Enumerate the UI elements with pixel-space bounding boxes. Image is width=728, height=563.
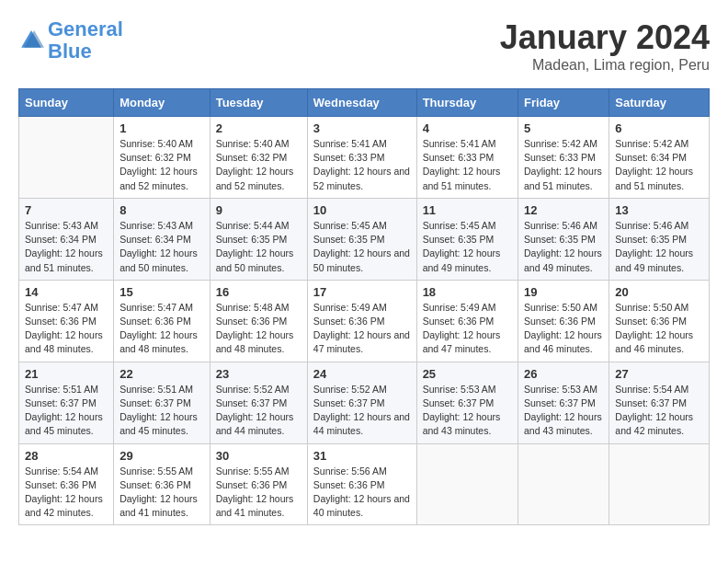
day-info: Sunrise: 5:45 AMSunset: 6:35 PMDaylight:… — [423, 219, 512, 275]
day-cell: 1Sunrise: 5:40 AMSunset: 6:32 PMDaylight… — [114, 117, 210, 199]
week-row-2: 7Sunrise: 5:43 AMSunset: 6:34 PMDaylight… — [19, 198, 710, 280]
day-info: Sunrise: 5:52 AMSunset: 6:37 PMDaylight:… — [313, 383, 411, 439]
day-info: Sunrise: 5:51 AMSunset: 6:37 PMDaylight:… — [119, 383, 204, 439]
day-cell: 12Sunrise: 5:46 AMSunset: 6:35 PMDayligh… — [518, 198, 609, 280]
day-info: Sunrise: 5:45 AMSunset: 6:35 PMDaylight:… — [313, 219, 411, 275]
day-cell: 7Sunrise: 5:43 AMSunset: 6:34 PMDaylight… — [19, 198, 114, 280]
day-number: 29 — [119, 449, 204, 463]
col-header-tuesday: Tuesday — [210, 89, 307, 117]
day-info: Sunrise: 5:49 AMSunset: 6:36 PMDaylight:… — [313, 301, 411, 357]
day-cell: 4Sunrise: 5:41 AMSunset: 6:33 PMDaylight… — [416, 117, 518, 199]
day-number: 23 — [216, 367, 301, 381]
day-number: 8 — [119, 203, 204, 217]
day-number: 19 — [524, 285, 603, 299]
day-cell: 30Sunrise: 5:55 AMSunset: 6:36 PMDayligh… — [210, 443, 307, 525]
day-info: Sunrise: 5:51 AMSunset: 6:37 PMDaylight:… — [25, 383, 108, 439]
calendar-header-row: SundayMondayTuesdayWednesdayThursdayFrid… — [19, 89, 710, 117]
col-header-saturday: Saturday — [609, 89, 710, 117]
location-subtitle: Madean, Lima region, Peru — [500, 57, 710, 74]
day-info: Sunrise: 5:54 AMSunset: 6:37 PMDaylight:… — [615, 383, 703, 439]
day-number: 31 — [313, 449, 411, 463]
day-cell: 25Sunrise: 5:53 AMSunset: 6:37 PMDayligh… — [416, 362, 518, 443]
day-info: Sunrise: 5:43 AMSunset: 6:34 PMDaylight:… — [119, 219, 204, 275]
day-info: Sunrise: 5:53 AMSunset: 6:37 PMDaylight:… — [524, 383, 603, 439]
day-number: 21 — [25, 367, 108, 381]
day-cell: 26Sunrise: 5:53 AMSunset: 6:37 PMDayligh… — [518, 362, 609, 443]
day-number: 15 — [119, 285, 204, 299]
col-header-monday: Monday — [114, 89, 210, 117]
day-number: 22 — [119, 367, 204, 381]
day-info: Sunrise: 5:42 AMSunset: 6:34 PMDaylight:… — [615, 137, 703, 193]
day-number: 6 — [615, 121, 703, 135]
day-cell: 3Sunrise: 5:41 AMSunset: 6:33 PMDaylight… — [307, 117, 416, 199]
title-block: January 2024 Madean, Lima region, Peru — [500, 18, 710, 74]
week-row-3: 14Sunrise: 5:47 AMSunset: 6:36 PMDayligh… — [19, 280, 710, 362]
day-number: 30 — [216, 449, 301, 463]
day-cell: 9Sunrise: 5:44 AMSunset: 6:35 PMDaylight… — [210, 198, 307, 280]
day-cell: 2Sunrise: 5:40 AMSunset: 6:32 PMDaylight… — [210, 117, 307, 199]
col-header-sunday: Sunday — [19, 89, 114, 117]
day-number: 4 — [423, 121, 512, 135]
day-number: 26 — [524, 367, 603, 381]
day-number: 9 — [216, 203, 301, 217]
day-number: 28 — [25, 449, 108, 463]
day-number: 1 — [119, 121, 204, 135]
day-cell: 16Sunrise: 5:48 AMSunset: 6:36 PMDayligh… — [210, 280, 307, 362]
day-cell: 23Sunrise: 5:52 AMSunset: 6:37 PMDayligh… — [210, 362, 307, 443]
month-title: January 2024 — [500, 18, 710, 57]
logo: General Blue — [18, 18, 123, 63]
col-header-thursday: Thursday — [416, 89, 518, 117]
day-info: Sunrise: 5:53 AMSunset: 6:37 PMDaylight:… — [423, 383, 512, 439]
week-row-1: 1Sunrise: 5:40 AMSunset: 6:32 PMDaylight… — [19, 117, 710, 199]
day-info: Sunrise: 5:55 AMSunset: 6:36 PMDaylight:… — [216, 465, 301, 521]
day-number: 5 — [524, 121, 603, 135]
logo-line1: General — [48, 17, 123, 40]
logo-line2: Blue — [48, 40, 92, 63]
day-info: Sunrise: 5:44 AMSunset: 6:35 PMDaylight:… — [216, 219, 301, 275]
day-cell: 21Sunrise: 5:51 AMSunset: 6:37 PMDayligh… — [19, 362, 114, 443]
week-row-4: 21Sunrise: 5:51 AMSunset: 6:37 PMDayligh… — [19, 362, 710, 443]
day-info: Sunrise: 5:48 AMSunset: 6:36 PMDaylight:… — [216, 301, 301, 357]
day-cell: 6Sunrise: 5:42 AMSunset: 6:34 PMDaylight… — [609, 117, 710, 199]
logo-icon — [18, 28, 44, 53]
day-info: Sunrise: 5:41 AMSunset: 6:33 PMDaylight:… — [313, 137, 411, 193]
day-info: Sunrise: 5:47 AMSunset: 6:36 PMDaylight:… — [25, 301, 108, 357]
day-number: 20 — [615, 285, 703, 299]
day-number: 11 — [423, 203, 512, 217]
col-header-wednesday: Wednesday — [307, 89, 416, 117]
day-cell: 27Sunrise: 5:54 AMSunset: 6:37 PMDayligh… — [609, 362, 710, 443]
day-info: Sunrise: 5:40 AMSunset: 6:32 PMDaylight:… — [216, 137, 301, 193]
day-cell: 8Sunrise: 5:43 AMSunset: 6:34 PMDaylight… — [114, 198, 210, 280]
day-number: 16 — [216, 285, 301, 299]
day-info: Sunrise: 5:49 AMSunset: 6:36 PMDaylight:… — [423, 301, 512, 357]
day-info: Sunrise: 5:46 AMSunset: 6:35 PMDaylight:… — [524, 219, 603, 275]
day-info: Sunrise: 5:50 AMSunset: 6:36 PMDaylight:… — [615, 301, 703, 357]
day-cell: 22Sunrise: 5:51 AMSunset: 6:37 PMDayligh… — [114, 362, 210, 443]
day-cell — [518, 443, 609, 525]
day-number: 7 — [25, 203, 108, 217]
day-number: 13 — [615, 203, 703, 217]
calendar-table: SundayMondayTuesdayWednesdayThursdayFrid… — [18, 88, 710, 525]
day-cell: 10Sunrise: 5:45 AMSunset: 6:35 PMDayligh… — [307, 198, 416, 280]
day-info: Sunrise: 5:47 AMSunset: 6:36 PMDaylight:… — [119, 301, 204, 357]
day-number: 2 — [216, 121, 301, 135]
day-number: 3 — [313, 121, 411, 135]
logo-text: General Blue — [48, 18, 123, 63]
day-number: 12 — [524, 203, 603, 217]
week-row-5: 28Sunrise: 5:54 AMSunset: 6:36 PMDayligh… — [19, 443, 710, 525]
day-number: 14 — [25, 285, 108, 299]
day-info: Sunrise: 5:56 AMSunset: 6:36 PMDaylight:… — [313, 465, 411, 521]
day-number: 24 — [313, 367, 411, 381]
day-cell — [609, 443, 710, 525]
day-info: Sunrise: 5:41 AMSunset: 6:33 PMDaylight:… — [423, 137, 512, 193]
day-info: Sunrise: 5:42 AMSunset: 6:33 PMDaylight:… — [524, 137, 603, 193]
day-number: 25 — [423, 367, 512, 381]
day-info: Sunrise: 5:40 AMSunset: 6:32 PMDaylight:… — [119, 137, 204, 193]
day-cell: 18Sunrise: 5:49 AMSunset: 6:36 PMDayligh… — [416, 280, 518, 362]
day-cell: 13Sunrise: 5:46 AMSunset: 6:35 PMDayligh… — [609, 198, 710, 280]
day-info: Sunrise: 5:50 AMSunset: 6:36 PMDaylight:… — [524, 301, 603, 357]
day-cell: 24Sunrise: 5:52 AMSunset: 6:37 PMDayligh… — [307, 362, 416, 443]
day-number: 17 — [313, 285, 411, 299]
day-cell: 29Sunrise: 5:55 AMSunset: 6:36 PMDayligh… — [114, 443, 210, 525]
day-cell: 14Sunrise: 5:47 AMSunset: 6:36 PMDayligh… — [19, 280, 114, 362]
